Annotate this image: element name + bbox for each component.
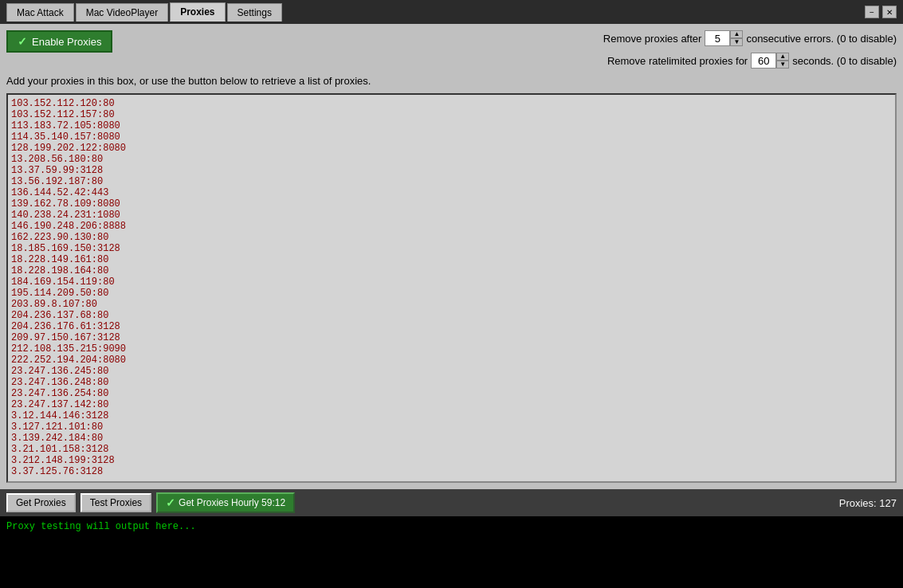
get-proxies-button[interactable]: Get Proxies xyxy=(6,493,76,512)
proxy-textarea[interactable] xyxy=(8,95,895,481)
tab-bar: Mac Attack Mac VideoPlayer Proxies Setti… xyxy=(6,2,284,22)
tab-mac-videoplayer[interactable]: Mac VideoPlayer xyxy=(76,3,169,22)
proxy-textarea-container xyxy=(6,93,897,483)
ratelimit-down-btn[interactable]: ▼ xyxy=(776,61,789,69)
ratelimit-up-btn[interactable]: ▲ xyxy=(776,53,789,61)
tab-settings[interactable]: Settings xyxy=(227,3,282,22)
remove-after-label-pre: Remove proxies after xyxy=(603,33,702,45)
right-settings: Remove proxies after ▲ ▼ consecutive err… xyxy=(603,30,897,69)
remove-after-spinner: ▲ ▼ xyxy=(730,30,743,46)
remove-after-down-btn[interactable]: ▼ xyxy=(730,38,743,46)
toolbar-left: Get Proxies Test Proxies ✓ Get Proxies H… xyxy=(6,492,295,513)
enable-proxies-label: Enable Proxies xyxy=(32,36,101,48)
remove-after-value-input[interactable] xyxy=(705,30,730,46)
close-button[interactable]: ✕ xyxy=(882,6,897,18)
title-bar: Mac Attack Mac VideoPlayer Proxies Setti… xyxy=(0,0,903,24)
minimize-button[interactable]: − xyxy=(865,6,879,18)
window-controls: − ✕ xyxy=(865,6,897,18)
get-proxies-hourly-button[interactable]: ✓ Get Proxies Hourly 59:12 xyxy=(156,492,295,513)
main-content: ✓ Enable Proxies Remove proxies after ▲ … xyxy=(0,24,903,489)
get-proxies-hourly-label: Get Proxies Hourly 59:12 xyxy=(179,497,285,508)
bottom-toolbar: Get Proxies Test Proxies ✓ Get Proxies H… xyxy=(0,489,903,516)
proxy-section xyxy=(6,93,897,483)
ratelimit-value-input[interactable] xyxy=(751,53,776,69)
remove-after-label-post: consecutive errors. (0 to disable) xyxy=(746,33,897,45)
test-proxies-button[interactable]: Test Proxies xyxy=(80,493,151,512)
tab-mac-attack[interactable]: Mac Attack xyxy=(6,3,74,22)
tab-proxies[interactable]: Proxies xyxy=(170,2,225,22)
get-proxies-hourly-checkmark: ✓ xyxy=(166,496,175,509)
proxies-count: Proxies: 127 xyxy=(839,497,897,509)
enable-proxies-checkmark: ✓ xyxy=(18,35,27,48)
ratelimit-row: Remove ratelimited proxies for ▲ ▼ secon… xyxy=(607,53,897,69)
output-text: Proxy testing will output here... xyxy=(6,521,196,532)
remove-after-errors-row: Remove proxies after ▲ ▼ consecutive err… xyxy=(603,30,897,46)
ratelimit-label-post: seconds. (0 to disable) xyxy=(792,55,897,67)
enable-proxies-button[interactable]: ✓ Enable Proxies xyxy=(6,30,112,53)
ratelimit-spinner: ▲ ▼ xyxy=(776,53,789,69)
top-row: ✓ Enable Proxies Remove proxies after ▲ … xyxy=(6,30,897,69)
remove-after-up-btn[interactable]: ▲ xyxy=(730,30,743,38)
ratelimit-label-pre: Remove ratelimited proxies for xyxy=(607,55,748,67)
output-area: Proxy testing will output here... xyxy=(0,516,903,588)
instruction-text: Add your proxies in this box, or use the… xyxy=(6,73,897,88)
